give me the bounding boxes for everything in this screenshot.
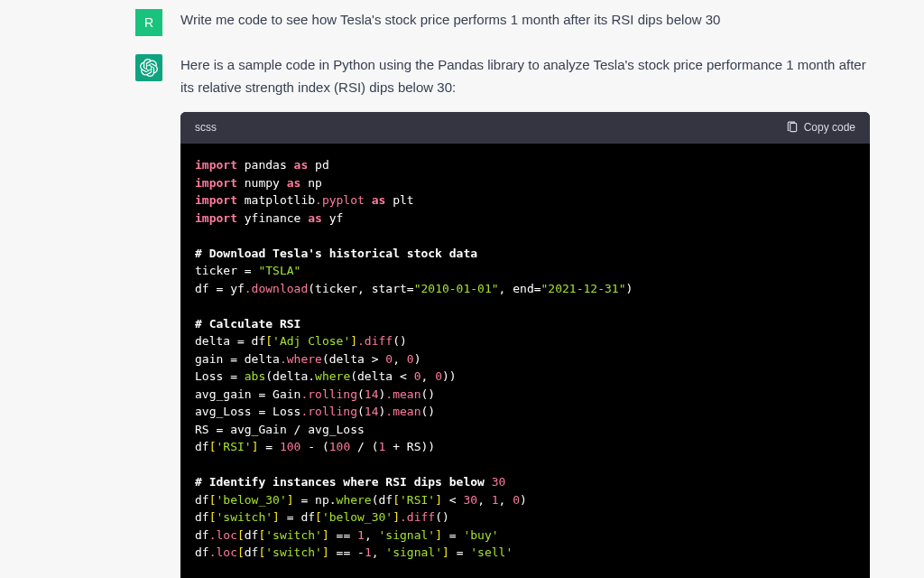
- code-language-label: scss: [195, 119, 217, 137]
- chat-container: R Write me code to see how Tesla's stock…: [0, 0, 924, 578]
- user-message: R Write me code to see how Tesla's stock…: [135, 9, 870, 36]
- assistant-message: Here is a sample code in Python using th…: [135, 54, 870, 578]
- assistant-message-content: Here is a sample code in Python using th…: [180, 54, 870, 578]
- user-message-text: Write me code to see how Tesla's stock p…: [180, 9, 870, 36]
- assistant-avatar: [135, 54, 162, 81]
- code-header: scss Copy code: [180, 112, 870, 144]
- copy-code-label: Copy code: [804, 119, 855, 137]
- openai-logo-icon: [140, 59, 158, 77]
- copy-code-button[interactable]: Copy code: [786, 119, 855, 137]
- svg-rect-0: [790, 124, 796, 132]
- code-body[interactable]: import pandas as pd import numpy as np i…: [180, 144, 870, 578]
- clipboard-icon: [786, 121, 799, 134]
- code-block: scss Copy code import pandas as pd impor…: [180, 112, 870, 579]
- user-avatar: R: [135, 9, 162, 36]
- assistant-message-text: Here is a sample code in Python using th…: [180, 54, 870, 99]
- user-avatar-letter: R: [144, 15, 153, 30]
